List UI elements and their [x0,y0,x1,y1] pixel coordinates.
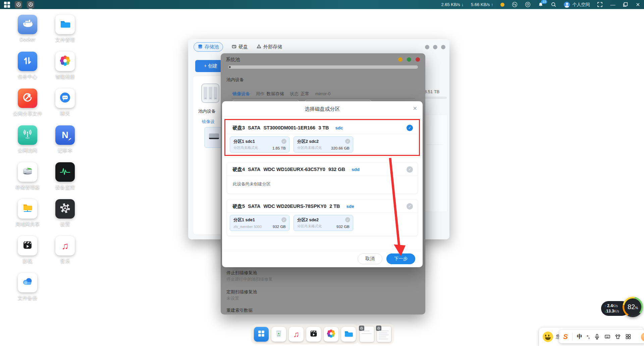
dock-videos[interactable] [306,327,321,342]
tab-hdd[interactable]: 硬盘 [232,44,248,50]
fullscreen-icon[interactable] [597,2,603,7]
close-button[interactable]: ✕ [636,2,640,7]
partition-check-icon[interactable]: ✓ [281,139,286,144]
desktop-icon-public-share[interactable]: 公网分享文件 [9,89,46,125]
desktop-icon-file-manager[interactable]: 文件管理 [46,15,84,52]
desktop-icon-settings[interactable]: 设置 [46,199,84,236]
transfer-circle-icon[interactable] [512,2,518,7]
dock-photos[interactable] [324,327,338,342]
virtual-keyboard-icon[interactable] [604,334,610,340]
tab-storage-pool[interactable]: 存储池 [194,42,223,52]
desktop-icon-device-monitor[interactable]: 设备监控 [46,162,84,199]
microphone-icon[interactable] [594,334,600,340]
next-step-button[interactable]: 下一步 [386,253,415,264]
window-dot-1[interactable] [425,45,429,49]
activate-windows-watermark: 激活 Windows 转到“设置”以激活 Windows。 [546,310,605,328]
desktop-icon-task-center[interactable]: 任务中心 [9,52,46,89]
disk-row-sdd[interactable]: 硬盘4SATAWDC WD10EURX-63C57Y0932 GBsdd ✓ 此… [227,162,418,194]
ekg-monitor-icon [59,165,71,179]
window-dot-3[interactable] [441,45,445,49]
maximize-light[interactable] [407,57,411,62]
capacity-bar [425,97,447,99]
up-down-arrows-icon [22,55,33,68]
disk-row-sde[interactable]: 硬盘5SATAWDC WD20EURS-78SPKY02 TBsde ✓ 分区1… [227,199,418,236]
notifications-bell-icon[interactable]: 23 [538,2,543,7]
desktop-icon-notes[interactable]: N 记事本 [46,125,84,162]
close-icon[interactable]: ✕ [413,105,417,112]
notification-badge: 23 [541,0,547,4]
launcher-grid-icon[interactable] [4,2,10,8]
pool-capacity-panel: 3.51 TB [423,76,449,235]
docker-whale-icon [21,18,34,31]
partition-check-icon[interactable]: ✓ [345,139,350,144]
partition-card-sdc2[interactable]: 分区2 sdc2 ✓ 分区尚未格式化 320.66 GB [293,136,353,153]
partition-card-sde2[interactable]: 分区2 sde2 ✓ 分区尚未格式化 932 GB [293,215,353,231]
ime-extra-icon[interactable] [641,333,644,341]
remote-desktop-icon[interactable] [525,2,531,7]
app-badge-gear-icon [376,326,381,331]
partition-card-sde1[interactable]: 分区1 sde1 ✓ zfs_member 5000 932 GB [230,215,289,231]
desktop-icon-public-access[interactable]: 公网访问 [9,125,46,162]
pool-detail-card [423,115,447,212]
action-stop-scrub-title[interactable]: 停止扫描修复池 [226,270,257,276]
clapperboard-icon [309,329,319,340]
minimize-light[interactable] [398,57,402,62]
search-icon[interactable] [551,2,556,7]
taskbar-app-storage-icon[interactable] [27,1,34,8]
partition-check-icon[interactable]: ✓ [281,217,286,222]
desktop-icon-smart-album[interactable]: 智能相册 [46,52,84,89]
desktop-icon-chat[interactable]: 聊天 [46,89,84,125]
ime-punctuation-toggle[interactable]: °, [587,334,590,339]
divider [572,333,573,340]
dock-files[interactable] [341,327,356,342]
minimize-button[interactable]: — [610,2,615,7]
window-dot-2[interactable] [433,45,437,49]
dock-music[interactable]: ♫ [289,327,304,342]
mirror-link-truncated[interactable]: 镜像设 [202,119,215,125]
sogou-logo[interactable]: S [563,333,568,341]
minimized-window-1[interactable] [360,327,374,342]
window-controls [425,45,445,49]
dock-app-launcher[interactable] [254,327,269,342]
blue-folder-icon [343,329,354,340]
close-light[interactable] [416,57,420,62]
disk-row-sdc[interactable]: 硬盘3SATAST3000DM001-1ER1663 TBsdc ✓ 分区1 s… [227,121,418,154]
minimized-window-2[interactable] [377,327,391,342]
desktop-icon-docker[interactable]: Docker [9,15,46,52]
emoji-smiley-icon[interactable] [543,332,553,342]
disk-unselected-check-icon[interactable]: ✓ [407,166,413,173]
toolbox-grid-icon[interactable] [625,334,631,340]
desktop-icon-file-backup[interactable]: 文件备份 [9,273,46,310]
action-schedule-scrub-title[interactable]: 定期扫描修复池 [226,289,257,295]
desktop-root: 2.65 KB/s ↓ 5.66 KB/s ↑ 23 个人空间 [0,0,644,346]
select-disk-dialog: 选择磁盘或分区 ✕ 硬盘3SATAST3000DM001-1ER1663 TBs… [222,101,423,267]
tab-external-storage[interactable]: 外部存储 [257,44,282,50]
notes-n-icon: N [62,130,68,140]
mirror-device-row[interactable]: 镜像设备 用作数据存储 状态正常 mirror-0 [232,91,330,97]
restore-button[interactable] [623,2,628,7]
user-menu[interactable]: 个人空间 [564,2,590,8]
partition-check-icon[interactable]: ✓ [345,217,350,222]
disk-selected-check-icon[interactable]: ✓ [407,125,413,131]
cloud-backup-icon [21,276,34,290]
cancel-button[interactable]: 取消 [358,253,382,264]
dock-recycle-bin[interactable] [271,327,286,342]
divider [227,134,418,134]
desktop-icon-lan-share[interactable]: 局域网共享 [9,199,46,236]
skin-tshirt-icon[interactable] [615,334,621,340]
scrollbar-thumb[interactable] [229,66,231,68]
desktop-icon-storage-manager[interactable]: 存储管理器 [9,162,46,199]
partition-card-sdc1[interactable]: 分区1 sdc1 ✓ 分区尚未格式化 1.85 TB [230,136,289,153]
status-dot-icon[interactable] [500,3,504,7]
taskbar-app-fnos-icon[interactable] [15,1,22,8]
disk-unselected-check-icon[interactable]: ✓ [407,203,413,210]
chat-bubble-icon [59,91,71,105]
action-schedule-scrub-desc: 未设置 [226,296,239,301]
desktop-icon-music[interactable]: ♫ 音乐 [46,236,84,273]
ime-language-toggle[interactable]: 中 [577,333,582,340]
ime-toolbar: S 中 °, [559,330,644,343]
desktop-icon-movies[interactable]: 影视 [9,236,46,273]
scrollbar-track[interactable] [228,65,418,69]
circular-arrow-icon [22,92,33,105]
action-rebuild-index-title[interactable]: 重建索引数据 [226,307,253,313]
